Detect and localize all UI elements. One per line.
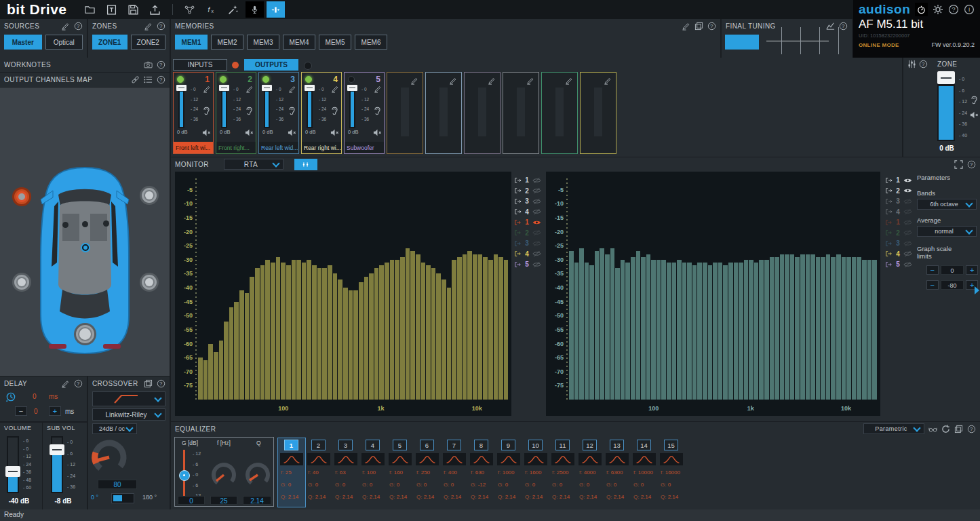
trace-right-out-1[interactable]: 1 [885,217,915,228]
trace-right-out-5[interactable]: 5 [885,259,915,270]
eq-band-button[interactable]: 6 [420,440,434,450]
eq-band-15[interactable]: 15f: 16000G: 0Q: 2.14 [658,438,685,507]
channel-strip-empty[interactable] [425,72,462,154]
speaker-front-right[interactable] [142,188,157,203]
limit-upper-plus[interactable]: + [966,265,978,275]
eq-bell-curve-icon[interactable] [280,453,303,465]
eq-bell-curve-icon[interactable] [524,453,547,465]
eq-band-8[interactable]: 8f: 630G: -12Q: 2.14 [468,438,495,507]
edit-channel-icon[interactable] [410,77,418,85]
listen-icon[interactable] [288,107,296,115]
crossover-type-select[interactable] [92,391,165,406]
seat-point[interactable] [82,221,88,227]
channel-strip-4[interactable]: 4- 0 - 12 - 24 - 360 dBRear right wi... [301,72,342,154]
panel-expand-arrow[interactable] [975,286,979,294]
eye-slash-icon[interactable] [532,261,541,268]
memory-mem4[interactable]: MEM4 [283,35,315,50]
eq-band-6[interactable]: 6f: 250G: 0Q: 2.14 [414,438,441,507]
eq-reset-icon[interactable] [941,425,950,433]
crossover-frequency-knob[interactable] [88,436,130,478]
zone-zone1[interactable]: ZONE1 [92,35,128,50]
eq-band-12[interactable]: 12f: 4000G: 0Q: 2.14 [576,438,604,507]
eq-q-knob[interactable] [243,460,273,490]
channel-label[interactable]: Front right... [216,142,256,153]
edit-icon[interactable] [61,379,70,388]
edit-icon[interactable] [682,22,690,31]
eq-bell-curve-icon[interactable] [579,453,602,465]
trace-left-out-1[interactable]: 1 [514,217,544,228]
memory-mem6[interactable]: MEM6 [355,35,387,50]
average-select[interactable]: normal [917,226,977,237]
file-template-icon[interactable] [103,2,121,17]
mute-icon[interactable] [970,111,979,119]
edit-channel-icon[interactable] [565,77,573,85]
help-icon[interactable]: ? [919,60,928,69]
eq-bell-curve-icon[interactable] [633,453,656,465]
channel-strip-empty[interactable] [580,72,616,154]
eq-band-button[interactable]: 7 [447,440,461,450]
help-icon[interactable]: ? [839,22,848,31]
eye-slash-icon[interactable] [903,261,912,268]
curve-chart-icon[interactable] [826,22,835,31]
edit-channel-icon[interactable] [449,77,457,85]
trace-left-in-1[interactable]: 1 [514,175,544,186]
seat-point[interactable] [103,220,109,227]
help-icon[interactable]: ? [967,425,976,433]
eq-band-button[interactable]: 11 [555,440,570,450]
trace-right-in-1[interactable]: 1 [885,175,915,186]
eq-band-9[interactable]: 9f: 1000G: 0Q: 2.14 [495,438,522,507]
timer-button[interactable] [915,3,928,16]
trace-left-in-2[interactable]: 2 [514,186,544,197]
channel-strip-1[interactable]: 1- 0 - 12 - 24 - 360 dBFront left wi... [173,72,214,154]
mute-icon[interactable] [202,128,211,137]
eq-bell-curve-icon[interactable] [470,453,493,465]
edit-channel-icon[interactable] [246,85,254,93]
copy-icon[interactable] [144,379,153,388]
help-icon[interactable]: ? [707,22,716,31]
mute-icon[interactable] [245,128,254,137]
bands-select[interactable]: 6th octave [917,199,977,210]
trace-right-in-4[interactable]: 4 [885,207,915,218]
trace-left-in-3[interactable]: 3 [514,196,544,207]
channel-label[interactable]: Front left wi... [174,142,213,153]
seat-point[interactable] [62,222,68,228]
eq-frequency-knob[interactable] [209,460,239,490]
eq-bell-curve-icon[interactable] [361,453,385,465]
eye-slash-icon[interactable] [532,250,541,257]
functions-icon[interactable]: fx [203,2,220,17]
eq-gain-knob[interactable] [179,470,190,481]
eq-view-icon[interactable] [928,425,937,433]
channel-strip-3[interactable]: 3- 0 - 12 - 24 - 360 dBRear left wid... [258,72,299,154]
eq-band-button[interactable]: 3 [338,440,353,450]
edit-channel-icon[interactable] [526,77,534,85]
tab-outputs[interactable]: OUTPUTS [244,59,298,71]
eq-bell-curve-icon[interactable] [307,453,330,465]
eq-band-7[interactable]: 7f: 400G: 0Q: 2.14 [441,438,468,507]
trace-left-out-3[interactable]: 3 [514,238,544,249]
eq-band-4[interactable]: 4f: 100G: 0Q: 2.14 [359,438,387,507]
final-tuning-active-button[interactable] [725,35,759,50]
listen-icon[interactable] [245,107,254,115]
sub-vol-slider[interactable] [51,436,63,493]
info-icon[interactable]: i [964,3,975,16]
memory-mem5[interactable]: MEM5 [319,35,351,50]
eq-band-1[interactable]: 1f: 25G: 0Q: 2.14 [278,438,305,507]
faders-icon[interactable] [907,60,916,69]
listening-point[interactable] [81,243,90,252]
edit-channel-icon[interactable] [331,85,339,93]
eq-band-button[interactable]: 8 [474,440,488,450]
eq-band-2[interactable]: 2f: 40G: 0Q: 2.14 [305,438,332,507]
edit-channel-icon[interactable] [604,77,612,85]
channel-strip-2[interactable]: 2- 0 - 12 - 24 - 360 dBFront right... [216,72,256,154]
fullscreen-icon[interactable] [954,160,963,169]
channel-strip-empty[interactable] [503,72,539,154]
trace-right-out-3[interactable]: 3 [885,238,915,249]
trace-left-out-2[interactable]: 2 [514,228,544,239]
edit-channel-icon[interactable] [203,85,211,93]
trace-right-in-3[interactable]: 3 [885,196,915,207]
eye-slash-icon[interactable] [903,208,912,215]
memory-mem2[interactable]: MEM2 [211,35,243,50]
eq-band-button[interactable]: 2 [311,440,326,450]
speaker-front-left[interactable] [14,189,29,204]
trace-left-in-4[interactable]: 4 [514,207,544,218]
